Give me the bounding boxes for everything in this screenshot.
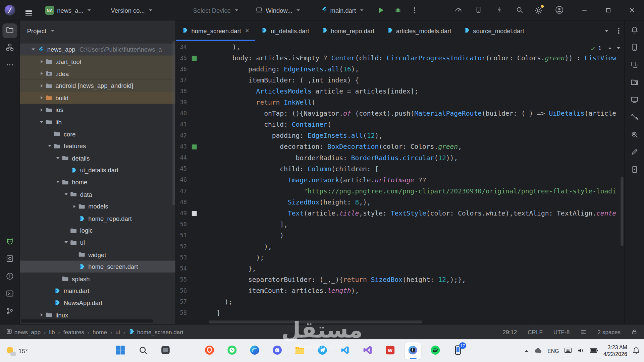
code-line-42[interactable]: 42 padding: EdgeInsets.all(12), [176,130,624,141]
logcat-tool-button[interactable] [2,235,17,249]
taskbar-app-edge[interactable] [246,342,263,360]
taskbar-app-android-studio[interactable] [404,342,421,360]
code-line-58[interactable]: 58 } [176,307,624,318]
inspections-widget[interactable]: 1 [590,45,620,51]
tree-item-data[interactable]: data [20,188,175,200]
tree-item-logic[interactable]: logic [20,225,175,237]
more-tool-windows-button[interactable] [2,58,17,73]
taskbar-app-telegram[interactable] [314,342,331,360]
code-line-41[interactable]: 41 child: Container( [176,119,624,130]
tree-item-home-screen-dart[interactable]: home_screen.dart [20,261,175,273]
tree-item-ios[interactable]: ios [20,104,175,116]
editor-tab-articles-models-dart[interactable]: articles_models.dart [381,20,458,41]
editor-tab-home-screen-dart[interactable]: home_screen.dart× [176,20,255,41]
profile-button[interactable] [555,0,564,20]
taskbar-app-phone-link[interactable]: 17 [449,342,467,360]
keyboard-icon[interactable] [565,348,572,354]
caret-position[interactable]: 29:12 [502,328,517,335]
project-panel-header[interactable]: Project [20,20,175,41]
run-configuration[interactable]: main.dart [321,0,364,20]
code-line-47[interactable]: 47 "https://png.pngtree.com/png-clipart/… [176,185,624,196]
chevron-right-icon[interactable] [38,108,45,112]
tree-item-ui[interactable]: ui [20,237,175,249]
running-devices-button[interactable] [627,93,642,108]
chevron-right-icon[interactable] [38,313,45,317]
close-button[interactable] [623,0,641,20]
chevron-down-icon[interactable] [46,145,53,147]
code-line-51[interactable]: 51 ) [176,230,624,241]
main-menu-button[interactable] [25,0,32,20]
taskbar-app-whatsapp[interactable] [223,342,240,360]
notification-bell-icon[interactable] [633,347,640,355]
line-separator[interactable]: CRLF [528,328,543,335]
taskbar-app-search[interactable] [134,342,151,360]
taskbar-app-spotify[interactable] [427,342,444,360]
code-line-48[interactable]: 48 SizedBox(height: 8,), [176,197,624,208]
weather-widget[interactable]: 15° [6,340,28,362]
run-button[interactable] [379,0,384,20]
volume-icon[interactable] [577,347,585,355]
taskbar-app-discord[interactable] [269,342,286,360]
tray-cloud-icon[interactable] [534,348,542,355]
code-line-54[interactable]: 54 }, [176,263,624,274]
assistant-button[interactable] [627,145,642,160]
code-line-49[interactable]: 49 Text(article.title,style: TextStyle(c… [176,208,624,219]
tree-item-widget[interactable]: widget [20,249,175,261]
code-line-55[interactable]: 55 separatorBuilder: (_,_){return SizedB… [176,274,624,285]
project-widget[interactable]: NA news_a... [45,0,91,20]
code-line-44[interactable]: 44 borderRadius: BorderRadius.circular(1… [176,152,624,163]
tree-item-ui-detalis-dart[interactable]: ui_detalis.dart [20,164,175,176]
app-insights-button[interactable] [627,128,642,142]
structure-tool-button[interactable] [2,41,17,55]
chevron-down-icon[interactable] [62,242,70,244]
chevron-right-icon[interactable] [38,84,45,87]
chevron-down-icon[interactable] [62,193,70,195]
tree-item-features[interactable]: features [20,140,175,152]
tree-item-dart-tool[interactable]: .dart_tool [20,56,175,68]
tree-item-home[interactable]: home [20,176,175,188]
code-line-43[interactable]: 43 decoration: BoxDecoration(color: Colo… [176,141,624,152]
project-horizontal-scrollbar[interactable] [21,319,153,323]
device-manager-button[interactable] [627,41,642,55]
tree-item-core[interactable]: core [20,128,175,140]
close-tab-icon[interactable]: × [245,27,249,35]
resource-manager-button[interactable] [627,58,642,73]
device-mirror-button[interactable] [475,0,482,20]
battery-icon[interactable] [590,348,598,354]
editor-tab-source-model-dart[interactable]: source_model.dart [458,20,530,41]
terminal-tool-button[interactable] [2,287,17,302]
app-inspection-tool-button[interactable] [2,252,17,267]
taskbar-app-visual-studio[interactable] [359,342,376,360]
editor-vertical-scrollbar[interactable] [621,177,624,246]
profiler-button[interactable] [454,0,462,20]
chevron-down-icon[interactable] [54,181,62,183]
chevron-down-icon[interactable] [38,121,45,123]
editor-tab-ui-detalis-dart[interactable]: ui_detalis.dart [255,20,315,41]
instant-run-button[interactable] [496,0,503,20]
taskbar-app-file-explorer[interactable] [291,342,308,360]
chevron-right-icon[interactable] [38,96,45,100]
emulator-button[interactable] [627,163,642,178]
indent-size[interactable]: 2 spaces [598,328,621,335]
chevron-down-icon[interactable] [30,49,37,51]
android-studio-logo[interactable] [4,0,15,20]
code-line-57[interactable]: 57 ); [176,296,624,307]
minimize-button[interactable] [575,0,594,20]
chevron-right-icon[interactable] [38,60,45,63]
code-line-46[interactable]: 46 Image.network(article.urlToImage ?? [176,174,624,185]
taskbar-app-brave[interactable] [201,342,218,360]
vcs-widget[interactable]: Version co... [111,0,152,20]
breadcrumb-item-home[interactable]: home [93,328,107,335]
tree-item-details[interactable]: details [20,152,175,164]
tree-item-news-app[interactable]: news_appC:\Users\Public\flutter\news_a [20,44,175,56]
tray-chevron-up-icon[interactable] [525,350,529,352]
input-language[interactable]: ENG [547,348,559,354]
breadcrumb-item-features[interactable]: features [63,328,84,335]
breadcrumb-item-lib[interactable]: lib [49,328,55,335]
device-file-explorer-button[interactable] [627,75,642,90]
code-line-38[interactable]: 38 ArticlesModels article = articles[ind… [176,86,624,97]
taskbar-app-files-dark[interactable] [157,342,174,360]
editor-horizontal-scrollbar[interactable] [209,320,422,323]
device-selector[interactable]: Select Device [193,0,238,20]
settings-button[interactable] [535,0,542,20]
